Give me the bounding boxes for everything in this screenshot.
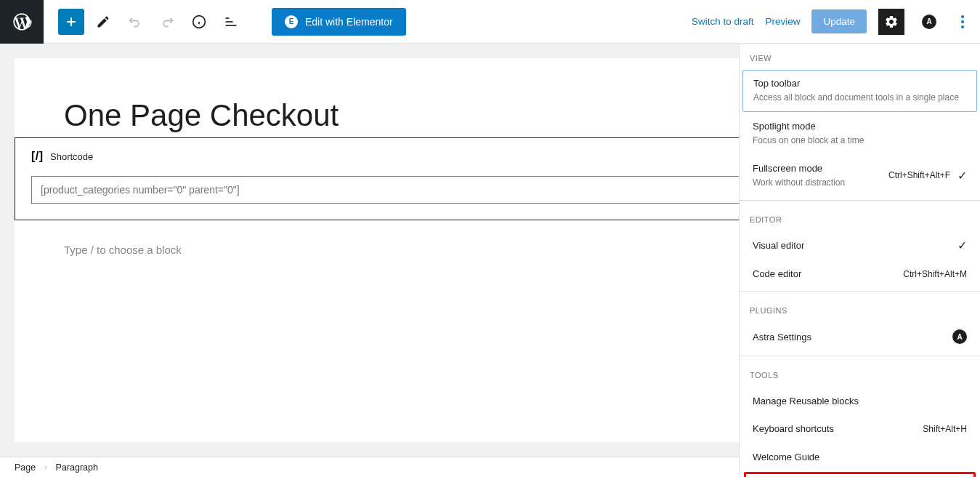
menu-item-spotlight[interactable]: Spotlight mode Focus on one block at a t… (742, 113, 977, 154)
svg-point-9 (961, 20, 964, 23)
menu-item-visual-editor[interactable]: Visual editor ✓ (742, 231, 977, 260)
menu-divider (740, 291, 980, 292)
menu-section-plugins: PLUGINS (740, 296, 980, 321)
edit-with-elementor-button[interactable]: E Edit with Elementor (272, 8, 406, 36)
settings-button[interactable] (878, 9, 904, 35)
breadcrumb-item[interactable]: Page (15, 462, 36, 473)
menu-item-fullscreen[interactable]: Fullscreen mode Work without distraction… (742, 156, 977, 196)
elementor-label: Edit with Elementor (305, 16, 393, 28)
add-block-button[interactable] (58, 9, 84, 35)
svg-point-8 (961, 15, 964, 18)
toolbar-left-group: E Edit with Elementor (44, 8, 406, 36)
menu-item-keyboard-shortcuts[interactable]: Keyboard shortcuts Shift+Alt+H (742, 416, 977, 441)
toolbar-right-group: Switch to draft Preview Update A (692, 9, 980, 35)
astra-icon: A (922, 15, 936, 29)
svg-rect-6 (226, 21, 233, 23)
options-menu: VIEW Top toolbar Access all block and do… (739, 44, 980, 477)
breadcrumb-item[interactable]: Paragraph (56, 462, 98, 473)
menu-section-view: VIEW (740, 44, 980, 68)
shortcode-label: Shortcode (50, 151, 93, 162)
outline-icon[interactable] (218, 9, 244, 35)
info-icon[interactable] (186, 9, 212, 35)
preview-link[interactable]: Preview (765, 16, 800, 27)
elementor-icon: E (285, 15, 298, 28)
edit-icon[interactable] (90, 9, 116, 35)
chevron-right-icon: › (44, 463, 46, 471)
menu-item-copy-all-content[interactable]: Copy all content (744, 472, 976, 477)
switch-to-draft-link[interactable]: Switch to draft (692, 16, 754, 27)
astra-icon: A (952, 329, 967, 344)
menu-item-top-toolbar[interactable]: Top toolbar Access all block and documen… (742, 70, 977, 112)
check-icon: ✓ (957, 169, 967, 183)
menu-divider (740, 356, 980, 356)
shortcode-icon: [ / ] (31, 150, 41, 163)
menu-item-reusable-blocks[interactable]: Manage Reusable blocks (742, 387, 977, 414)
menu-item-astra-settings[interactable]: Astra Settings A (742, 322, 977, 351)
top-toolbar: E Edit with Elementor Switch to draft Pr… (0, 0, 980, 44)
menu-item-welcome-guide[interactable]: Welcome Guide (742, 443, 977, 470)
redo-icon[interactable] (154, 9, 180, 35)
placeholder-text: Type / to choose a block (64, 244, 182, 256)
more-options-button[interactable] (954, 9, 971, 35)
wordpress-logo[interactable] (0, 0, 44, 44)
check-icon: ✓ (957, 238, 967, 252)
menu-section-tools: TOOLS (740, 361, 980, 385)
undo-icon[interactable] (122, 9, 148, 35)
menu-divider (740, 200, 980, 201)
svg-rect-5 (226, 17, 230, 19)
menu-item-code-editor[interactable]: Code editor Ctrl+Shift+Alt+M (742, 261, 977, 286)
svg-rect-7 (226, 25, 237, 26)
update-button[interactable]: Update (811, 9, 867, 33)
menu-section-editor: EDITOR (740, 205, 980, 230)
astra-button[interactable]: A (916, 9, 942, 35)
svg-point-10 (961, 25, 964, 28)
